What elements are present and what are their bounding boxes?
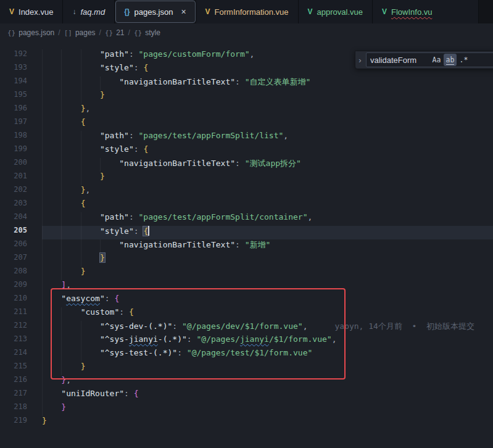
breadcrumb-item-style[interactable]: {}style	[134, 28, 160, 37]
code-line[interactable]: 197 {	[0, 117, 493, 131]
code-line[interactable]: 200 "navigationBarTitleText": "测试app拆分"	[0, 158, 493, 172]
line-content: }	[42, 253, 493, 267]
line-number: 219	[0, 416, 27, 429]
code-line[interactable]: 218 }	[0, 402, 493, 416]
code-line[interactable]: 207 }	[0, 253, 493, 267]
code-line[interactable]: 196 },	[0, 104, 493, 117]
whole-word-button[interactable]: ab	[444, 54, 457, 66]
code-line[interactable]: 208 }	[0, 267, 493, 280]
line-content: },	[42, 104, 493, 117]
code-line[interactable]: 205 "style": {	[0, 226, 493, 239]
tab-Index.vue[interactable]: VIndex.vue	[0, 0, 63, 23]
line-number: 196	[0, 104, 27, 117]
gutter	[27, 212, 42, 226]
gutter	[27, 226, 42, 239]
line-content: "navigationBarTitleText": "测试app拆分"	[42, 158, 493, 172]
vue-icon: V	[308, 7, 313, 16]
gutter	[27, 416, 42, 429]
find-input-field[interactable]: Aa ab .*	[366, 52, 493, 67]
indent-guide	[61, 185, 62, 199]
indent-guide	[42, 375, 43, 389]
breadcrumb-item-pages.json[interactable]: {}pages.json	[7, 28, 54, 37]
indent-guide	[42, 158, 43, 172]
code-line[interactable]: 204 "path": "pages/test/appFormSplit/con…	[0, 212, 493, 226]
indent-guide	[61, 348, 62, 362]
code-line[interactable]: 202 },	[0, 185, 493, 199]
tab-FormInformation.vue[interactable]: VFormInformation.vue	[196, 0, 299, 23]
toggle-replace-chevron[interactable]: ›	[355, 56, 365, 65]
line-content: ],	[42, 280, 493, 294]
code-line[interactable]: 206 "navigationBarTitleText": "新增"	[0, 239, 493, 253]
line-content: "style": {	[42, 226, 493, 239]
indent-guide	[42, 199, 43, 212]
indent-guide	[42, 362, 43, 375]
regex-button[interactable]: .*	[457, 54, 470, 66]
code-line[interactable]: 210 "easycom": {	[0, 294, 493, 307]
code-line[interactable]: 211 "custom": {	[0, 307, 493, 321]
code-line[interactable]: 209 ],	[0, 280, 493, 294]
inline-blame-annotation: yaoyn, 14个月前 • 初始版本提交	[334, 321, 474, 331]
code-line[interactable]: 194 "navigationBarTitleText": "自定义表单新增"	[0, 77, 493, 90]
breadcrumb-label: style	[145, 28, 160, 37]
tab-approval.vue[interactable]: Vapproval.vue	[299, 0, 373, 23]
indent-guide	[61, 334, 62, 348]
line-content: }	[42, 362, 493, 375]
indent-guide	[42, 49, 43, 63]
line-content: }	[42, 267, 493, 280]
tab-faq.md[interactable]: ↓faq.md	[63, 0, 115, 23]
indent-guide	[100, 239, 101, 253]
tab-bar: VIndex.vue↓faq.md{}pages.json×VFormInfor…	[0, 0, 493, 23]
code-line[interactable]: 201 }	[0, 172, 493, 185]
json-icon: {}	[124, 7, 130, 16]
code-line[interactable]: 219}	[0, 416, 493, 429]
code-line[interactable]: 217 "uniIdRouter": {	[0, 389, 493, 402]
code-line[interactable]: 216 },	[0, 375, 493, 389]
tab-label: approval.vue	[317, 7, 363, 17]
text-cursor	[148, 226, 149, 236]
editor[interactable]: 192 "path": "pages/customForm/form",193 …	[0, 42, 493, 448]
line-content: "custom": {	[42, 307, 493, 321]
line-number: 209	[0, 280, 27, 294]
code-line[interactable]: 198 "path": "pages/test/appFormSplit/lis…	[0, 131, 493, 144]
indent-guide	[42, 131, 43, 144]
line-number: 200	[0, 158, 27, 172]
indent-guide	[61, 307, 62, 321]
gutter	[27, 77, 42, 90]
line-content: "path": "pages/test/appFormSplit/list",	[42, 131, 493, 144]
gutter	[27, 362, 42, 375]
gutter	[27, 199, 42, 212]
match-case-button[interactable]: Aa	[430, 54, 443, 66]
code-line[interactable]: 195 }	[0, 90, 493, 104]
breadcrumb-label: 21	[116, 28, 124, 37]
code-line[interactable]: 214 "^sys-test-(.*)": "@/pages/test/$1/f…	[0, 348, 493, 362]
line-content: },	[42, 375, 493, 389]
code-line[interactable]: 215 }	[0, 362, 493, 375]
gutter	[27, 117, 42, 131]
code-line[interactable]: 203 {	[0, 199, 493, 212]
find-input[interactable]	[370, 56, 429, 65]
object-icon: {}	[105, 29, 113, 37]
line-number: 195	[0, 90, 27, 104]
line-number: 206	[0, 239, 27, 253]
indent-guide	[42, 280, 43, 294]
indent-guide	[42, 117, 43, 131]
code-line[interactable]: 199 "style": {	[0, 144, 493, 158]
tab-pages.json[interactable]: {}pages.json×	[115, 0, 196, 23]
gutter	[27, 294, 42, 307]
indent-guide	[81, 226, 81, 239]
line-content: "path": "pages/test/appFormSplit/contain…	[42, 212, 493, 226]
line-content: {	[42, 199, 493, 212]
object-icon: {}	[134, 29, 142, 37]
close-icon[interactable]: ×	[181, 7, 186, 16]
breadcrumb-item-21[interactable]: {}21	[105, 28, 125, 37]
breadcrumb-separator: /	[58, 28, 60, 37]
indent-guide	[42, 144, 43, 158]
code-line[interactable]: 212 "^sys-dev-(.*)": "@/pages/dev/$1/for…	[0, 321, 493, 334]
breadcrumb-item-pages[interactable]: []pages	[64, 28, 96, 37]
indent-guide	[61, 63, 62, 77]
tab-FlowInfo.vu[interactable]: VFlowInfo.vu	[373, 0, 479, 23]
indent-guide	[81, 334, 81, 348]
code-line[interactable]: 213 "^sys-jianyi-(.*)": "@/pages/jianyi/…	[0, 334, 493, 348]
vue-icon: V	[382, 7, 387, 16]
indent-guide	[81, 253, 81, 267]
